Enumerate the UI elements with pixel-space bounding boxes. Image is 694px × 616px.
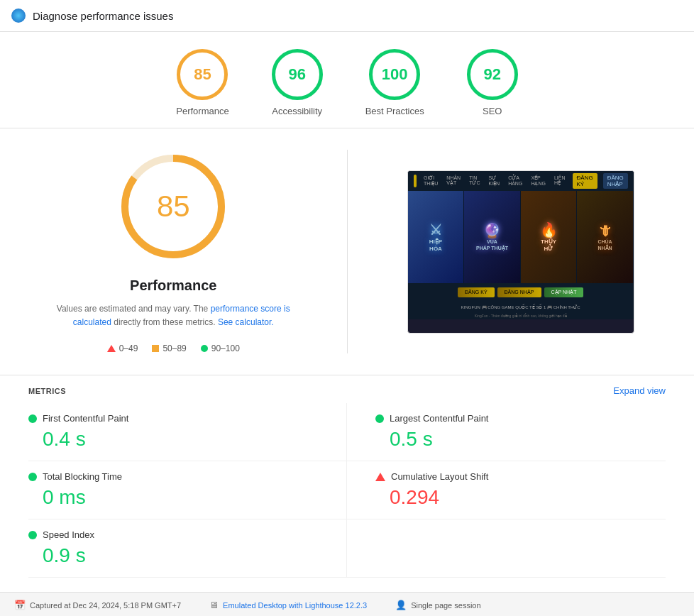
metric-fcp-status: [28, 414, 37, 423]
header-title: Diagnose performance issues: [33, 10, 173, 22]
metric-lcp-status: [375, 414, 384, 423]
expand-view-button[interactable]: Expand view: [613, 385, 666, 396]
metric-tbt-header: Total Blocking Time: [28, 471, 318, 482]
metric-fcp-header: First Contentful Paint: [28, 413, 318, 424]
legend-avg-range: 50–89: [163, 343, 186, 353]
screenshot-frame: GIỚI THIỆU NHÂN VẬT TIN TỨC SỰ KIỆN CỬA …: [407, 170, 634, 334]
legend-good: 90–100: [201, 343, 240, 353]
metric-si-value: 0.9 s: [43, 544, 318, 567]
metrics-section: METRICS Expand view First Contentful Pai…: [0, 375, 694, 592]
metric-si: Speed Index 0.9 s: [28, 519, 347, 578]
perf-title: Performance: [130, 277, 216, 294]
good-icon: [201, 345, 208, 352]
metric-cls: Cumulative Layout Shift 0.294: [347, 461, 666, 519]
footer: 📅 Captured at Dec 24, 2024, 5:18 PM GMT+…: [0, 592, 694, 616]
ss-topbar: GIỚI THIỆU NHÂN VẬT TIN TỨC SỰ KIỆN CỬA …: [408, 171, 634, 191]
footer-captured: 📅 Captured at Dec 24, 2024, 5:18 PM GMT+…: [14, 600, 181, 610]
metric-tbt-status: [28, 473, 37, 481]
metric-tbt: Total Blocking Time 0 ms: [28, 461, 347, 519]
user-icon: 👤: [395, 600, 407, 610]
footer-emulated: 🖥 Emulated Desktop with Lighthouse 12.2.…: [209, 600, 367, 610]
metric-empty: [347, 519, 666, 578]
calendar-icon: 📅: [14, 600, 26, 610]
session-text: Single page session: [411, 601, 480, 610]
ss-footer: KINGFUN 🎮 CÔNG GAME QUỐC TẾ SỐ 1 🎮 CHÍNH…: [408, 302, 634, 312]
metric-lcp-header: Largest Contentful Paint: [375, 413, 666, 424]
ss-footer2: KingFun - Thám đường giải trí đỉnh cao, …: [408, 312, 634, 319]
score-value-performance: 85: [194, 65, 211, 84]
metric-si-status: [28, 531, 37, 539]
average-icon: [152, 345, 159, 352]
score-label-accessibility: Accessibility: [272, 106, 322, 116]
metric-tbt-name: Total Blocking Time: [43, 471, 122, 482]
ss-hero-card-1: ⚔ HIỆPHÒA: [408, 191, 465, 283]
ss-update-action: CẬP NHẬT: [544, 287, 584, 297]
desc-text1: Values are estimated and may vary. The: [57, 304, 208, 314]
metrics-title: METRICS: [28, 387, 66, 395]
emulated-link[interactable]: Emulated Desktop with Lighthouse 12.2.3: [223, 601, 367, 610]
tab-performance[interactable]: 85 Performance: [176, 49, 228, 116]
metric-fcp-name: First Contentful Paint: [43, 413, 128, 424]
score-label-seo: SEO: [483, 106, 502, 116]
metrics-header: METRICS Expand view: [28, 375, 666, 403]
fail-icon: [107, 345, 116, 352]
vertical-divider: [347, 150, 348, 353]
metric-lcp-name: Largest Contentful Paint: [390, 413, 488, 424]
metric-si-name: Speed Index: [43, 529, 94, 540]
score-label-performance: Performance: [176, 106, 228, 116]
calculator-link[interactable]: See calculator.: [218, 317, 274, 327]
legend-average: 50–89: [152, 343, 186, 353]
tab-accessibility[interactable]: 96 Accessibility: [272, 49, 323, 116]
metric-cls-name: Cumulative Layout Shift: [391, 471, 488, 482]
score-label-best-practices: Best Practices: [365, 106, 424, 116]
metric-lcp: Largest Contentful Paint 0.5 s: [347, 403, 666, 461]
ss-buttons: ĐĂNG KÝ ĐĂNG NHẬP CẬP NHẬT: [408, 283, 634, 302]
score-circle-performance: 85: [177, 49, 228, 100]
metric-tbt-value: 0 ms: [43, 486, 318, 509]
score-value-accessibility: 96: [288, 65, 305, 84]
ss-logo: [414, 175, 417, 187]
metric-cls-status: [375, 473, 385, 481]
ss-hero-card-3: 🔥 THỦYHỬ: [521, 191, 578, 283]
header-icon: [11, 9, 26, 23]
ss-hero-card-4: 🗡 CHÚANHẪN: [577, 191, 634, 283]
right-panel: GIỚI THIỆU NHÂN VẬT TIN TỨC SỰ KIỆN CỬA …: [376, 150, 666, 353]
ss-register-btn: ĐĂNG KÝ: [573, 173, 597, 189]
legend: 0–49 50–89 90–100: [107, 343, 240, 353]
score-tabs: 85 Performance 96 Accessibility 100 Best…: [0, 32, 694, 128]
left-panel: 85 Performance Values are estimated and …: [28, 150, 319, 353]
metric-lcp-value: 0.5 s: [390, 428, 666, 451]
ss-hero: ⚔ HIỆPHÒA 🔮 VUAPHÁP THUẬT 🔥 THỦY: [408, 191, 634, 283]
monitor-icon: 🖥: [209, 600, 219, 610]
score-circle-seo: 92: [467, 49, 518, 100]
score-circle-accessibility: 96: [272, 49, 323, 100]
ss-login-action: ĐĂNG NHẬP: [497, 287, 541, 297]
ss-hero-card-2: 🔮 VUAPHÁP THUẬT: [464, 191, 521, 283]
header: Diagnose performance issues: [0, 0, 694, 32]
metric-fcp: First Contentful Paint 0.4 s: [28, 403, 347, 461]
legend-fail-range: 0–49: [119, 343, 138, 353]
metrics-grid: First Contentful Paint 0.4 s Largest Con…: [28, 403, 666, 578]
tab-seo[interactable]: 92 SEO: [467, 49, 518, 116]
ss-login-btn: ĐĂNG NHẬP: [603, 173, 628, 189]
big-score-value: 85: [157, 189, 190, 224]
ss-register-action: ĐĂNG KÝ: [458, 287, 495, 297]
metric-fcp-value: 0.4 s: [43, 428, 318, 451]
score-value-seo: 92: [484, 65, 501, 84]
big-score-container: 85: [116, 150, 230, 263]
captured-text: Captured at Dec 24, 2024, 5:18 PM GMT+7: [30, 601, 181, 610]
footer-session: 👤 Single page session: [395, 600, 480, 610]
ss-nav: ĐĂNG KÝ ĐĂNG NHẬP: [573, 173, 628, 189]
desc-text2: directly from these metrics.: [114, 317, 215, 327]
metric-si-header: Speed Index: [28, 529, 318, 540]
perf-desc: Values are estimated and may vary. The p…: [53, 302, 294, 329]
legend-fail: 0–49: [107, 343, 138, 353]
tab-best-practices[interactable]: 100 Best Practices: [365, 49, 424, 116]
legend-good-range: 90–100: [211, 343, 240, 353]
metric-cls-header: Cumulative Layout Shift: [375, 471, 666, 482]
metric-cls-value: 0.294: [390, 486, 666, 509]
main-content: 85 Performance Values are estimated and …: [0, 128, 694, 375]
score-circle-best-practices: 100: [369, 49, 420, 100]
score-value-best-practices: 100: [382, 65, 408, 84]
screenshot-inner: GIỚI THIỆU NHÂN VẬT TIN TỨC SỰ KIỆN CỬA …: [408, 171, 634, 333]
